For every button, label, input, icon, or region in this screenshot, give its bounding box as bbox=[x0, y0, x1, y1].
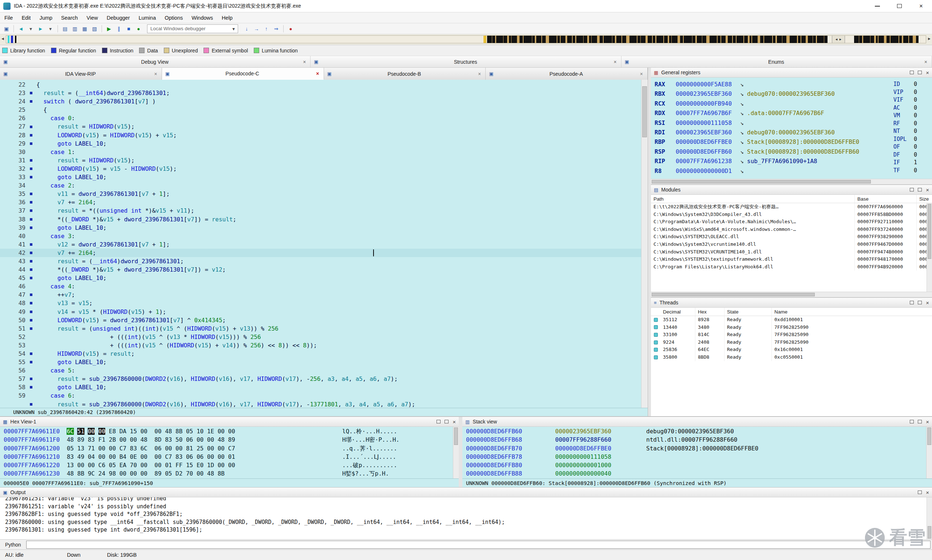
code-area[interactable]: 22{23 result = (__int64)dword_2396786130… bbox=[0, 80, 641, 408]
module-row[interactable]: C:\Windows\System32\D3DCompiler_43.dll00… bbox=[651, 211, 932, 218]
code-line[interactable]: 58 goto LABEL_10; bbox=[0, 383, 641, 391]
maximize-panel-icon[interactable] bbox=[918, 420, 922, 423]
dock-tab-debug-view[interactable]: ▣Debug View× bbox=[0, 56, 311, 68]
modules-vscroll-thumb[interactable] bbox=[927, 204, 931, 259]
code-line[interactable]: 26 case 0: bbox=[0, 114, 641, 122]
start-process-icon[interactable]: ▶ bbox=[104, 26, 114, 32]
menu-windows[interactable]: Windows bbox=[187, 12, 217, 23]
register-row-rsp[interactable]: RSP000000D8ED6FFB60↘Stack[00008928]:0000… bbox=[651, 147, 932, 157]
code-line[interactable]: 25 { bbox=[0, 106, 641, 114]
register-row-rcx[interactable]: RCX00000000000FB940↘ bbox=[651, 99, 932, 109]
code-line[interactable]: 46 case 4: bbox=[0, 282, 641, 291]
float-icon[interactable] bbox=[910, 301, 914, 305]
maximize-panel-icon[interactable] bbox=[918, 71, 922, 74]
modules-hscroll-thumb[interactable] bbox=[652, 293, 815, 296]
registers-hscrollbar[interactable] bbox=[651, 179, 932, 184]
maximize-panel-icon[interactable] bbox=[444, 420, 449, 423]
close-icon[interactable]: × bbox=[614, 59, 616, 65]
code-line[interactable]: 53 + (((int)(v15 ^ (HIDWORD(v15) + v14))… bbox=[0, 341, 641, 349]
close-button[interactable]: × bbox=[910, 0, 932, 12]
code-line[interactable]: 32 LODWORD(v15) = v15 - HIDWORD(v15); bbox=[0, 165, 641, 173]
stack-row[interactable]: 000000D8ED6FFB600000023965EBF360debug070… bbox=[462, 427, 932, 435]
close-icon[interactable]: × bbox=[924, 59, 927, 65]
float-icon[interactable] bbox=[437, 420, 440, 423]
close-panel-icon[interactable]: × bbox=[926, 490, 929, 495]
navband-divider[interactable]: ◄► bbox=[832, 36, 844, 43]
code-line[interactable]: 24 switch ( dword_23967861301[v7] ) bbox=[0, 97, 641, 106]
code-line[interactable]: 37 result = *((unsigned int *)&v15 + v11… bbox=[0, 206, 641, 215]
tab-pseudocode-c[interactable]: ▣Pseudocode-C× bbox=[162, 68, 324, 80]
hex-row[interactable]: 00007FF7A6961200 05 13 71 00 00 C7 83 6C… bbox=[0, 444, 459, 452]
step-into-icon[interactable]: ↓ bbox=[242, 26, 252, 32]
run-to-cursor-icon[interactable]: ⇒ bbox=[271, 26, 281, 32]
close-icon[interactable]: × bbox=[316, 71, 319, 77]
code-line[interactable]: 27 result = HIDWORD(v15); bbox=[0, 122, 641, 131]
output-vscroll-thumb[interactable] bbox=[927, 526, 931, 539]
navigate-back-icon[interactable]: ◄ bbox=[16, 26, 26, 32]
close-panel-icon[interactable]: × bbox=[452, 419, 456, 425]
thread-row[interactable]: 351128928Ready0xdd100001 bbox=[651, 316, 932, 324]
menu-file[interactable]: File bbox=[0, 12, 17, 23]
pseudocode-view[interactable]: 22{23 result = (__int64)dword_2396786130… bbox=[0, 80, 647, 408]
stack-row[interactable]: 000000D8ED6FFB6800007FF96288F660ntdll.dl… bbox=[462, 435, 932, 444]
close-panel-icon[interactable]: × bbox=[926, 419, 929, 425]
code-line[interactable]: 30 case 1: bbox=[0, 148, 641, 156]
dock-tab-structures[interactable]: ▣Structures× bbox=[311, 56, 621, 68]
close-icon[interactable]: × bbox=[303, 59, 306, 65]
register-row-r8[interactable]: R800000000000000D1↘ bbox=[651, 166, 932, 176]
thread-row[interactable]: 358008BD8Ready0xc0550001 bbox=[651, 354, 932, 361]
column-header[interactable]: State bbox=[724, 308, 772, 316]
navigation-band-track[interactable]: ◄► bbox=[6, 35, 926, 43]
code-line[interactable]: 36 v7 += 2i64; bbox=[0, 198, 641, 206]
cli-language-label[interactable]: Python bbox=[0, 542, 26, 548]
maximize-panel-icon[interactable] bbox=[918, 301, 922, 305]
back-history-icon[interactable]: ▾ bbox=[26, 26, 36, 32]
code-line[interactable]: 50 LODWORD(v15) = dword_23967861301[v7] … bbox=[0, 316, 641, 325]
segments-icon[interactable]: ▦ bbox=[80, 26, 89, 32]
hex-vscrollbar[interactable] bbox=[453, 427, 459, 478]
thread-row[interactable]: 134403480Ready7FF962825090 bbox=[651, 324, 932, 331]
column-header[interactable]: Base bbox=[855, 195, 917, 203]
stack-row[interactable]: 000000D8ED6FFB780000000000111058 bbox=[462, 452, 932, 461]
register-row-rip[interactable]: RIP00007FF7A6961238↘sub_7FF7A6961090+1A8 bbox=[651, 157, 932, 166]
tab-pseudocode-a[interactable]: ▣Pseudocode-A× bbox=[486, 68, 647, 80]
code-line[interactable]: 43 result = (__int64)dword_23967861301; bbox=[0, 257, 641, 265]
hex-row[interactable]: 00007FF7A69611E0 6C 51 00 00 E8 DA 15 00… bbox=[0, 427, 459, 435]
modules-vscrollbar[interactable] bbox=[927, 203, 932, 292]
code-line[interactable]: 28 LODWORD(v15) = HIDWORD(v15) + v15; bbox=[0, 131, 641, 140]
menu-search[interactable]: Search bbox=[57, 12, 82, 23]
close-panel-icon[interactable]: × bbox=[926, 187, 929, 192]
code-line[interactable]: 57 result = sub_23967860000(DWORD2(v16),… bbox=[0, 375, 641, 383]
menu-options[interactable]: Options bbox=[160, 12, 187, 23]
register-row-rdi[interactable]: RDI0000023965EBF360↘debug070:0000023965E… bbox=[651, 128, 932, 137]
navband-left-arrow-icon[interactable]: ◄ bbox=[1, 36, 5, 41]
module-row[interactable]: C:\Windows\SYSTEM32\OLEACC.dll00007FF938… bbox=[651, 233, 932, 241]
stack-row[interactable]: 000000D8ED6FFB800000000000001000 bbox=[462, 461, 932, 469]
code-line[interactable]: 49 v14 = v15 * (HIDWORD(v15) + 1); bbox=[0, 308, 641, 316]
code-line[interactable]: 31 result = HIDWORD(v15); bbox=[0, 156, 641, 165]
maximize-panel-icon[interactable] bbox=[918, 188, 922, 192]
stack-rows[interactable]: 000000D8ED6FFB600000023965EBF360debug070… bbox=[462, 427, 932, 478]
hex-rows[interactable]: 00007FF7A69611E0 6C 51 00 00 E8 DA 15 00… bbox=[0, 427, 459, 478]
float-icon[interactable] bbox=[910, 420, 914, 423]
structures-icon[interactable]: ▤ bbox=[60, 26, 70, 32]
module-row[interactable]: E:\t\2022腾讯游戏安全技术竞赛-PC客户端安全-初赛题…00007FF7… bbox=[651, 203, 932, 211]
menu-debugger[interactable]: Debugger bbox=[102, 12, 134, 23]
menu-help[interactable]: Help bbox=[217, 12, 237, 23]
thread-row[interactable]: 33100814CReady7FF962825090 bbox=[651, 331, 932, 338]
tab-pseudocode-b[interactable]: ▣Pseudocode-B× bbox=[324, 68, 486, 80]
column-header[interactable]: Size bbox=[917, 195, 932, 203]
navigation-band[interactable]: ◄ ◄► ► bbox=[0, 34, 932, 45]
functions-icon[interactable]: ▧ bbox=[89, 26, 99, 32]
save-icon[interactable]: ▣ bbox=[2, 26, 11, 32]
pseudocode-vscroll-thumb[interactable] bbox=[642, 86, 647, 137]
navigate-forward-icon[interactable]: ► bbox=[36, 26, 46, 32]
module-row[interactable]: C:\ProgramData\A-Volute\A-Volute.Nahimic… bbox=[651, 218, 932, 226]
code-line[interactable]: 59 case 6: bbox=[0, 391, 641, 400]
hex-row[interactable]: 00007FF7A69611F0 48 89 83 F1 2B 00 00 48… bbox=[0, 435, 459, 444]
tab-ida-view-rip[interactable]: ▣IDA View-RIP× bbox=[0, 68, 162, 80]
forward-history-icon[interactable]: ▾ bbox=[46, 26, 55, 32]
modules-table[interactable]: PathBaseSize E:\t\2022腾讯游戏安全技术竞赛-PC客户端安全… bbox=[651, 195, 932, 297]
module-row[interactable]: C:\Windows\SYSTEM32\textinputframework.d… bbox=[651, 255, 932, 263]
hex-vscroll-thumb[interactable] bbox=[454, 428, 458, 445]
